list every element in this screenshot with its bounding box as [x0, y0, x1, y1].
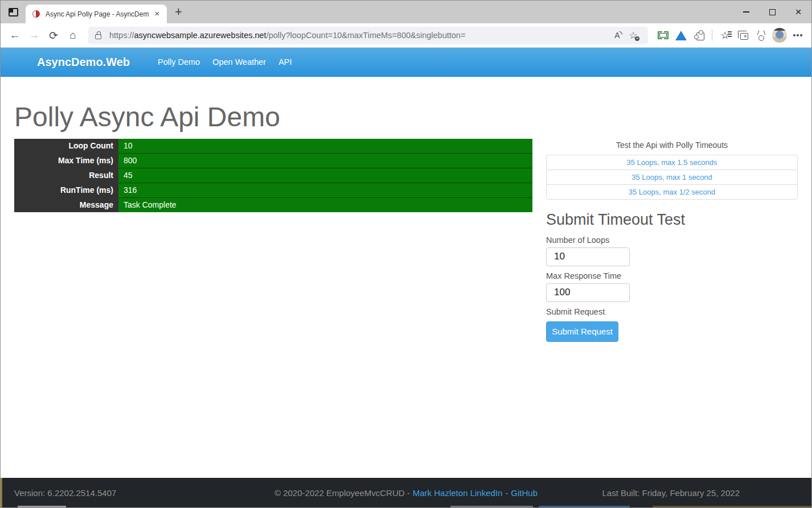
tab-close-icon[interactable]: ×: [152, 9, 162, 19]
reload-button[interactable]: ⟳: [44, 26, 63, 45]
list-item[interactable]: 35 Loops, max 1 second: [547, 170, 797, 184]
web-capture-icon: [658, 31, 669, 39]
site-brand[interactable]: AsyncDemo.Web: [37, 56, 130, 69]
max-response-label: Max Response Time: [546, 271, 798, 280]
table-row: Max Time (ms) 800: [14, 153, 532, 168]
extensions-button[interactable]: [690, 26, 708, 44]
profile-avatar: [772, 28, 787, 43]
table-row: Loop Count 10: [14, 139, 532, 154]
row-value: 45: [118, 168, 532, 183]
page-footer: Version: 6.2202.2514.5407 © 2020-2022 Em…: [1, 478, 811, 507]
browser-toolbar: ← → ⟳ ⌂ https://asyncwebsample.azurewebs…: [1, 23, 811, 48]
read-aloud-arc-icon: [619, 31, 622, 35]
cutoff-content-strip: [18, 506, 66, 507]
favorites-lines-icon: [728, 31, 732, 32]
cutoff-content-strip: [539, 506, 630, 507]
site-nav-links: Polly Demo Open Weather API: [151, 53, 298, 71]
tab-bar: Async Api Polly Page - AsyncDem × + ×: [1, 1, 811, 23]
tab-title: Async Api Polly Page - AsyncDem: [46, 10, 152, 18]
row-label: Max Time (ms): [14, 153, 118, 168]
favorites-button[interactable]: ☆: [716, 26, 734, 44]
tab-actions-icon: [9, 8, 18, 16]
close-window-button[interactable]: ×: [785, 1, 811, 23]
close-icon: ×: [795, 7, 801, 16]
row-label: Result: [14, 168, 118, 183]
cutoff-content-strip: [653, 506, 812, 507]
table-row: Result 45: [14, 168, 532, 183]
window-controls: ×: [733, 1, 811, 23]
nav-link-api[interactable]: API: [272, 53, 298, 71]
version-text: Version: 6.2202.2514.5407: [14, 488, 116, 498]
max-response-input[interactable]: [546, 283, 630, 302]
web-capture-button[interactable]: [654, 26, 672, 44]
read-aloud-button[interactable]: A: [609, 27, 625, 43]
toolbar-divider: [712, 30, 712, 41]
rewards-button[interactable]: [752, 26, 770, 44]
nav-link-open-weather[interactable]: Open Weather: [206, 53, 272, 71]
toolbar-icon-cluster: ☆ +: [654, 26, 807, 44]
page-title: Polly Async Api Demo: [14, 102, 798, 133]
url-text: https://asyncwebsample.azurewebsites.net…: [109, 31, 609, 40]
cutoff-content-strip: [450, 506, 533, 507]
submit-label: Submit Request: [546, 307, 798, 316]
table-row: RunTime (ms) 316: [14, 183, 532, 197]
list-item[interactable]: 35 Loops, max 1/2 second: [547, 184, 797, 199]
maximize-button[interactable]: [759, 1, 785, 23]
extension-triangle-button[interactable]: [672, 26, 690, 44]
results-table: Loop Count 10 Max Time (ms) 800 Result 4…: [14, 139, 532, 212]
tab-favicon-icon: [32, 10, 40, 18]
list-item[interactable]: 35 Loops, max 1.5 seconds: [547, 155, 797, 170]
row-label: Loop Count: [14, 139, 118, 154]
copyright-prefix: © 2020-2022 EmployeeMvcCRUD -: [274, 488, 410, 498]
minimize-button[interactable]: [733, 1, 759, 23]
row-value: 800: [118, 153, 532, 168]
extensions-puzzle-icon: [696, 32, 704, 40]
browser-tab[interactable]: Async Api Polly Page - AsyncDem ×: [26, 5, 167, 23]
collections-plus-icon: +: [744, 34, 747, 39]
results-section: Loop Count 10 Max Time (ms) 800 Result 4…: [14, 139, 532, 212]
minimize-icon: [743, 11, 749, 12]
profile-button[interactable]: [770, 26, 789, 44]
form-title: Submit Timeout Test: [546, 211, 798, 229]
url-scheme: https://: [109, 31, 134, 40]
site-navbar: AsyncDemo.Web Polly Demo Open Weather AP…: [1, 48, 811, 77]
row-label: RunTime (ms): [14, 183, 118, 197]
settings-menu-button[interactable]: [789, 26, 807, 44]
timeout-test-section: Test the Api with Polly Timeouts 35 Loop…: [546, 139, 798, 342]
github-link[interactable]: GitHub: [511, 488, 538, 498]
row-value: 316: [118, 183, 532, 197]
forward-button[interactable]: →: [24, 26, 44, 45]
home-button[interactable]: ⌂: [63, 26, 83, 45]
row-value: 10: [118, 139, 532, 154]
row-value: Task Complete: [118, 197, 532, 212]
timeout-link-half-s[interactable]: 35 Loops, max 1/2 second: [629, 188, 716, 196]
timeout-link-1-5s[interactable]: 35 Loops, max 1.5 seconds: [627, 158, 717, 167]
add-favorite-button[interactable]: ☆ +: [625, 27, 641, 43]
linkedin-link[interactable]: Mark Hazleton LinkedIn: [413, 488, 503, 498]
timeout-link-1s[interactable]: 35 Loops, max 1 second: [631, 173, 712, 181]
address-bar[interactable]: https://asyncwebsample.azurewebsites.net…: [88, 27, 648, 44]
tab-actions-menu-button[interactable]: [1, 8, 26, 16]
submit-request-button[interactable]: Submit Request: [546, 321, 618, 342]
timeout-links-list: 35 Loops, max 1.5 seconds 35 Loops, max …: [546, 155, 798, 200]
new-tab-button[interactable]: +: [175, 6, 182, 18]
lock-icon: [95, 34, 101, 39]
loops-label: Number of Loops: [546, 236, 798, 245]
web-capture-rect: [659, 33, 667, 38]
back-button[interactable]: ←: [5, 26, 24, 45]
browser-window: Async Api Polly Page - AsyncDem × + × ← …: [0, 0, 812, 508]
page-content: Polly Async Api Demo Loop Count 10 Max T…: [1, 77, 811, 478]
url-path: /polly?loopCount=10&maxTimeMs=800&single…: [266, 31, 466, 40]
table-row: Message Task Complete: [14, 197, 532, 212]
collections-icon: +: [740, 33, 748, 40]
triangle-icon: [675, 31, 687, 40]
collections-button[interactable]: +: [734, 26, 752, 44]
last-built-text: Last Built: Friday, February 25, 2022: [602, 488, 740, 498]
row-label: Message: [14, 197, 118, 212]
medal-icon: [758, 35, 764, 41]
ellipsis-icon: [797, 34, 799, 36]
nav-link-polly-demo[interactable]: Polly Demo: [151, 53, 206, 71]
copyright-text: © 2020-2022 EmployeeMvcCRUD - Mark Hazle…: [274, 488, 538, 498]
loops-input[interactable]: [546, 247, 630, 266]
copyright-separator: -: [505, 488, 508, 498]
